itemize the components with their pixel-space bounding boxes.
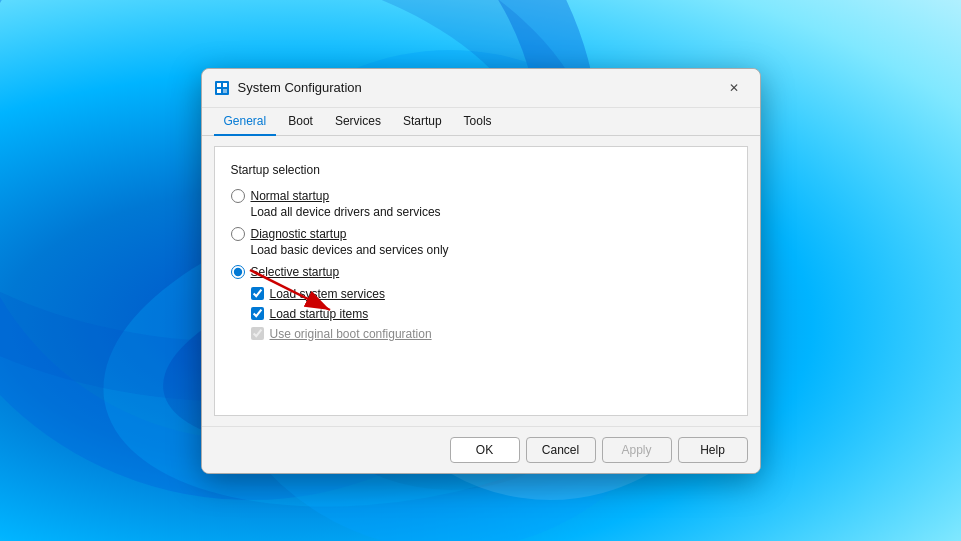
tab-services[interactable]: Services <box>325 108 391 136</box>
cancel-button[interactable]: Cancel <box>526 437 596 463</box>
normal-startup-option: Normal startup Load all device drivers a… <box>231 189 731 219</box>
use-original-boot-option: Use original boot configuration <box>251 327 731 341</box>
tab-tools[interactable]: Tools <box>454 108 502 136</box>
dialog-overlay: System Configuration ✕ General Boot Serv… <box>0 0 961 541</box>
ok-button[interactable]: OK <box>450 437 520 463</box>
normal-startup-desc: Load all device drivers and services <box>251 205 731 219</box>
tab-boot[interactable]: Boot <box>278 108 323 136</box>
diagnostic-startup-desc: Load basic devices and services only <box>251 243 731 257</box>
diagnostic-startup-radio[interactable] <box>231 227 245 241</box>
normal-startup-radio[interactable] <box>231 189 245 203</box>
diagnostic-startup-text: Diagnostic startup <box>251 227 347 241</box>
tab-general[interactable]: General <box>214 108 277 136</box>
close-button[interactable]: ✕ <box>720 77 748 99</box>
dialog-content: Startup selection Normal startup Load al… <box>214 146 748 416</box>
load-startup-items-label[interactable]: Load startup items <box>270 307 369 321</box>
load-startup-items-checkbox[interactable] <box>251 307 264 320</box>
selective-startup-text: Selective startup <box>251 265 340 279</box>
load-system-services-checkbox[interactable] <box>251 287 264 300</box>
apply-button[interactable]: Apply <box>602 437 672 463</box>
svg-rect-2 <box>223 83 227 87</box>
system-config-dialog: System Configuration ✕ General Boot Serv… <box>201 68 761 474</box>
svg-rect-1 <box>217 83 221 87</box>
title-bar: System Configuration ✕ <box>202 69 760 108</box>
dialog-footer: OK Cancel Apply Help <box>202 426 760 473</box>
tab-startup[interactable]: Startup <box>393 108 452 136</box>
svg-rect-4 <box>223 89 227 93</box>
dialog-title: System Configuration <box>238 80 362 95</box>
diagnostic-startup-option: Diagnostic startup Load basic devices an… <box>231 227 731 257</box>
use-original-boot-checkbox <box>251 327 264 340</box>
title-bar-left: System Configuration <box>214 80 362 96</box>
load-system-services-label[interactable]: Load system services <box>270 287 385 301</box>
selective-startup-label[interactable]: Selective startup <box>231 265 731 279</box>
selective-startup-radio[interactable] <box>231 265 245 279</box>
svg-rect-3 <box>217 89 221 93</box>
use-original-boot-label: Use original boot configuration <box>270 327 432 341</box>
selective-startup-option: Selective startup Load system services L… <box>231 265 731 341</box>
section-title: Startup selection <box>231 163 731 177</box>
diagnostic-startup-label[interactable]: Diagnostic startup <box>231 227 731 241</box>
normal-startup-label[interactable]: Normal startup <box>231 189 731 203</box>
load-startup-items-option: Load startup items <box>251 307 731 321</box>
system-config-icon <box>214 80 230 96</box>
tab-bar: General Boot Services Startup Tools <box>202 108 760 136</box>
load-system-services-option: Load system services <box>251 287 731 301</box>
normal-startup-text: Normal startup <box>251 189 330 203</box>
help-button[interactable]: Help <box>678 437 748 463</box>
selective-sub-options: Load system services Load startup items … <box>251 287 731 341</box>
